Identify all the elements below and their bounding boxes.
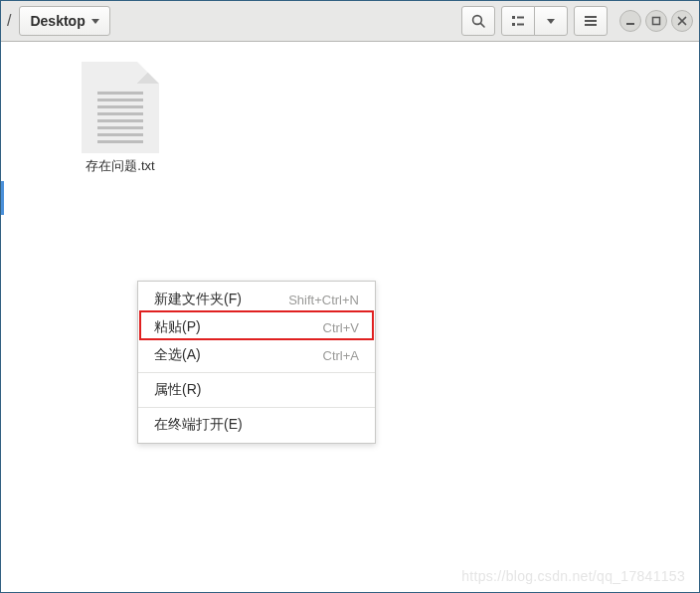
location-label: Desktop xyxy=(30,13,85,29)
menu-icon xyxy=(583,13,599,29)
view-options-button[interactable] xyxy=(534,6,568,36)
svg-rect-5 xyxy=(517,24,524,26)
search-button[interactable] xyxy=(461,6,495,36)
menu-item-label: 粘贴(P) xyxy=(154,318,201,336)
list-icon xyxy=(510,13,526,29)
menu-item-new-folder[interactable]: 新建文件夹(F) Shift+Ctrl+N xyxy=(138,286,375,313)
file-name: 存在问题.txt xyxy=(61,157,180,175)
file-pane[interactable]: 存在问题.txt 新建文件夹(F) Shift+Ctrl+N 粘贴(P) Ctr… xyxy=(1,42,699,592)
menu-separator xyxy=(138,407,375,408)
svg-rect-3 xyxy=(517,17,524,19)
menu-item-label: 在终端打开(E) xyxy=(154,416,243,434)
close-button[interactable] xyxy=(671,10,693,32)
toolbar: / Desktop xyxy=(1,1,699,42)
view-switcher xyxy=(501,6,568,36)
svg-rect-6 xyxy=(585,16,597,18)
minimize-button[interactable] xyxy=(619,10,641,32)
svg-line-1 xyxy=(480,23,484,27)
watermark: https://blog.csdn.net/qq_17841153 xyxy=(461,568,685,584)
svg-rect-9 xyxy=(626,23,634,25)
window-controls xyxy=(619,10,693,32)
menu-item-label: 新建文件夹(F) xyxy=(154,291,242,308)
maximize-button[interactable] xyxy=(645,10,667,32)
selection-indicator xyxy=(0,181,4,215)
menu-item-accel: Ctrl+V xyxy=(323,320,359,335)
chevron-down-icon xyxy=(91,19,99,24)
maximize-icon xyxy=(651,16,661,26)
svg-rect-10 xyxy=(653,18,660,25)
minimize-icon xyxy=(625,16,635,26)
menu-item-accel: Ctrl+A xyxy=(323,348,359,363)
view-list-button[interactable] xyxy=(501,6,535,36)
chevron-down-icon xyxy=(547,19,555,24)
menu-item-paste[interactable]: 粘贴(P) Ctrl+V xyxy=(138,313,375,341)
menu-item-open-terminal[interactable]: 在终端打开(E) xyxy=(138,411,375,439)
text-file-icon xyxy=(82,62,159,153)
svg-rect-7 xyxy=(585,20,597,22)
menu-item-label: 属性(R) xyxy=(154,381,201,399)
close-icon xyxy=(677,16,687,26)
search-icon xyxy=(470,13,486,29)
svg-rect-8 xyxy=(585,24,597,26)
context-menu: 新建文件夹(F) Shift+Ctrl+N 粘贴(P) Ctrl+V 全选(A)… xyxy=(137,281,376,444)
menu-item-select-all[interactable]: 全选(A) Ctrl+A xyxy=(138,341,375,369)
menu-item-properties[interactable]: 属性(R) xyxy=(138,376,375,404)
file-item[interactable]: 存在问题.txt xyxy=(61,62,180,175)
svg-rect-4 xyxy=(512,23,515,26)
svg-rect-2 xyxy=(512,16,515,19)
menu-item-accel: Shift+Ctrl+N xyxy=(288,293,359,307)
path-separator: / xyxy=(7,12,13,30)
menu-item-label: 全选(A) xyxy=(154,346,201,364)
location-button[interactable]: Desktop xyxy=(19,6,109,36)
hamburger-menu-button[interactable] xyxy=(574,6,608,36)
menu-separator xyxy=(138,372,375,373)
